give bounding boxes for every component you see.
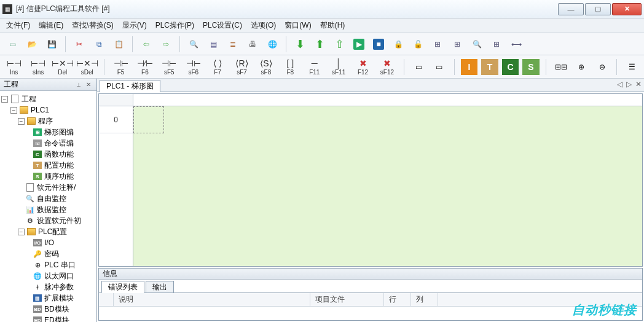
close-button[interactable] bbox=[612, 3, 642, 15]
sf12-button[interactable]: sF12 bbox=[377, 57, 397, 77]
sf11-button[interactable]: │sF11 bbox=[328, 57, 348, 77]
tab-output[interactable]: 输出 bbox=[146, 281, 174, 293]
f5-button[interactable]: ⊣⊢F5 bbox=[111, 57, 131, 77]
zoomin-button[interactable] bbox=[573, 58, 590, 76]
online-button[interactable] bbox=[264, 36, 281, 53]
open-button[interactable] bbox=[23, 36, 41, 53]
ladder1-button[interactable] bbox=[429, 36, 446, 53]
tree-ext[interactable]: 扩展模块 bbox=[44, 293, 74, 304]
tab-error-list[interactable]: 错误列表 bbox=[101, 281, 144, 293]
menu-file[interactable]: 文件(F) bbox=[6, 20, 30, 31]
ladder-cursor-cell[interactable] bbox=[133, 106, 164, 133]
upload2-button[interactable] bbox=[331, 36, 348, 53]
err-col-col[interactable]: 列 bbox=[411, 293, 438, 306]
minimize-button[interactable]: — bbox=[558, 3, 584, 15]
editor-tab-plc1[interactable]: PLC1 - 梯形图 bbox=[100, 80, 160, 92]
err-col-desc[interactable]: 说明 bbox=[114, 293, 310, 306]
menu-window[interactable]: 窗口(W) bbox=[285, 20, 311, 31]
ins-button[interactable]: ⊢⊣Ins bbox=[4, 57, 24, 77]
tree-eth[interactable]: 以太网口 bbox=[44, 271, 74, 281]
tree-program[interactable]: 程序 bbox=[38, 116, 53, 127]
ladder3-button[interactable] bbox=[488, 36, 505, 53]
s-block-button[interactable]: S bbox=[522, 59, 540, 75]
f6-button[interactable]: ⊣∕⊢F6 bbox=[135, 57, 155, 77]
sf7-button[interactable]: ⟨R⟩sF7 bbox=[232, 57, 252, 77]
pin-button[interactable]: ⟂ bbox=[74, 80, 83, 89]
tree-ladder[interactable]: 梯形图编 bbox=[44, 127, 74, 138]
tree-plccfg[interactable]: PLC配置 bbox=[38, 227, 67, 237]
sf6-button[interactable]: ⊣⊢sF6 bbox=[183, 57, 203, 77]
tree-cmd[interactable]: 命令语编 bbox=[44, 138, 74, 149]
close-panel-button[interactable]: ✕ bbox=[84, 80, 93, 89]
new-button[interactable] bbox=[4, 36, 21, 53]
menu-help[interactable]: 帮助(H) bbox=[320, 20, 345, 31]
stop-button[interactable] bbox=[370, 36, 387, 53]
err-col-icon[interactable] bbox=[99, 293, 114, 306]
ladder-editor[interactable]: 0 bbox=[98, 93, 643, 267]
tree-pulse[interactable]: 脉冲参数 bbox=[44, 282, 74, 293]
box1-button[interactable]: ▭ bbox=[410, 58, 428, 76]
tree-bd[interactable]: BD模块 bbox=[44, 304, 69, 315]
sins-button[interactable]: ⊢⊣sIns bbox=[28, 57, 48, 77]
tree-seq[interactable]: 顺序功能 bbox=[44, 171, 74, 182]
menu-plc-op[interactable]: PLC操作(P) bbox=[155, 20, 194, 31]
lad-button[interactable]: ☰ bbox=[623, 58, 640, 76]
copy-button[interactable] bbox=[90, 36, 108, 53]
run-button[interactable] bbox=[350, 36, 367, 53]
lock-button[interactable] bbox=[390, 36, 407, 53]
download-button[interactable] bbox=[291, 36, 308, 53]
tab-next-button[interactable]: ▷ bbox=[626, 80, 632, 88]
tab-prev-button[interactable]: ◁ bbox=[617, 80, 622, 88]
ladder2-button[interactable] bbox=[449, 36, 466, 53]
menu-options[interactable]: 选项(O) bbox=[251, 20, 276, 31]
tree-comment[interactable]: 软元件注释/ bbox=[37, 183, 76, 193]
f12-button[interactable]: F12 bbox=[353, 57, 373, 77]
undo-button[interactable] bbox=[138, 36, 155, 53]
upload-button[interactable] bbox=[311, 36, 328, 53]
err-col-file[interactable]: 项目文件 bbox=[310, 293, 384, 306]
sf5-button[interactable]: ⊣⊢sF5 bbox=[159, 57, 179, 77]
t-block-button[interactable]: T bbox=[481, 59, 498, 75]
tree-ed[interactable]: ED模块 bbox=[44, 315, 69, 323]
cut-button[interactable] bbox=[71, 36, 88, 53]
f8-button[interactable]: [ ]F8 bbox=[280, 57, 300, 77]
paste-button[interactable] bbox=[110, 36, 127, 53]
tab-close-button[interactable]: ✕ bbox=[635, 80, 642, 88]
project-tree[interactable]: −工程 −PLC1 −程序 ⊞梯形图编 ld命令语编 C函数功能 T配置功能 S… bbox=[0, 91, 96, 322]
i-block-button[interactable]: I bbox=[461, 59, 478, 75]
f7-button[interactable]: ⟨ ⟩F7 bbox=[207, 57, 227, 77]
connector-button[interactable] bbox=[508, 36, 525, 53]
tree-root[interactable]: 工程 bbox=[22, 94, 36, 104]
err-col-line[interactable]: 行 bbox=[384, 293, 411, 306]
menu-plc-set[interactable]: PLC设置(C) bbox=[203, 20, 242, 31]
sdel-button[interactable]: ⊢✕⊣sDel bbox=[77, 57, 98, 77]
tree-freemon[interactable]: 自由监控 bbox=[37, 194, 66, 204]
ladder-canvas[interactable] bbox=[133, 106, 642, 266]
redo-button[interactable] bbox=[157, 36, 175, 53]
tree-pwd[interactable]: 密码 bbox=[44, 249, 59, 259]
menu-find[interactable]: 查找\替换(S) bbox=[72, 20, 113, 31]
link-button[interactable]: ⊟⊟ bbox=[552, 58, 570, 76]
tree-serial[interactable]: PLC 串口 bbox=[44, 260, 76, 270]
menu-edit[interactable]: 编辑(E) bbox=[39, 20, 63, 31]
del-button[interactable]: ⊢✕⊣Del bbox=[52, 57, 73, 77]
print-button[interactable] bbox=[244, 36, 261, 53]
tree-datamon[interactable]: 数据监控 bbox=[37, 205, 66, 215]
box2-button[interactable]: ▭ bbox=[431, 58, 448, 76]
zoom-button[interactable] bbox=[468, 36, 485, 53]
tree-config[interactable]: 配置功能 bbox=[44, 160, 74, 171]
tree-io[interactable]: I/O bbox=[44, 238, 54, 247]
sf8-button[interactable]: ⟨S⟩sF8 bbox=[256, 57, 276, 77]
list-button[interactable] bbox=[224, 36, 242, 53]
find-button[interactable] bbox=[185, 36, 202, 53]
grid-button[interactable] bbox=[205, 36, 222, 53]
c-block-button[interactable]: C bbox=[502, 59, 519, 75]
tree-func[interactable]: 函数功能 bbox=[44, 149, 74, 160]
zoomout-button[interactable] bbox=[594, 58, 611, 76]
menu-view[interactable]: 显示(V) bbox=[122, 20, 147, 31]
unlock-button[interactable] bbox=[409, 36, 426, 53]
maximize-button[interactable]: ▢ bbox=[585, 3, 611, 15]
f11-button[interactable]: ─F11 bbox=[304, 57, 324, 77]
save-button[interactable] bbox=[43, 36, 60, 53]
tree-setsoft[interactable]: 设置软元件初 bbox=[37, 216, 81, 226]
